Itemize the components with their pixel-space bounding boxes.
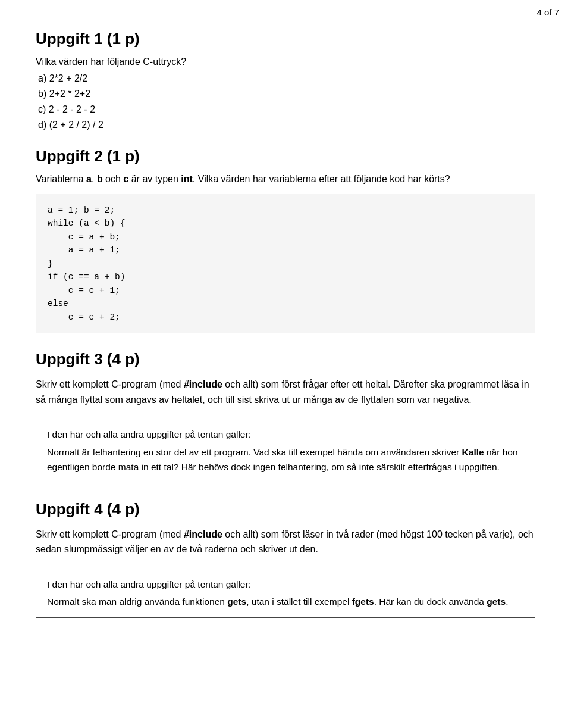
uppgift2-question: Variablerna a, b och c är av typen int. … — [36, 174, 535, 185]
uppgift3-text: Skriv ett komplett C-program (med #inclu… — [36, 377, 535, 407]
page-number: 4 of 7 — [537, 7, 559, 17]
uppgift4-text: Skriv ett komplett C-program (med #inclu… — [36, 527, 535, 557]
uppgift2-var-b: b — [97, 174, 103, 184]
uppgift4-notice-line2: Normalt ska man aldrig använda funktione… — [47, 594, 524, 609]
uppgift1-item-b: b) 2+2 * 2+2 — [38, 89, 535, 99]
uppgift2-title: Uppgift 2 (1 p) — [36, 147, 535, 165]
uppgift3-notice-line2: Normalt är felhantering en stor del av e… — [47, 445, 524, 474]
uppgift2-var-a: a — [86, 174, 92, 184]
uppgift1-question: Vilka värden har följande C-uttryck? — [36, 57, 535, 67]
uppgift3-notice: I den här och alla andra uppgifter på te… — [36, 418, 535, 483]
uppgift4-notice-fgets: fgets — [352, 596, 374, 607]
uppgift1-item-a: a) 2*2 + 2/2 — [38, 73, 535, 84]
uppgift3-include: #include — [184, 379, 222, 389]
uppgift4-notice: I den här och alla andra uppgifter på te… — [36, 568, 535, 618]
uppgift1-title: Uppgift 1 (1 p) — [36, 30, 535, 48]
uppgift3-notice-line1: I den här och alla andra uppgifter på te… — [47, 427, 524, 442]
uppgift3-title: Uppgift 3 (4 p) — [36, 350, 535, 368]
uppgift1-item-d: d) (2 + 2 / 2) / 2 — [38, 120, 535, 130]
uppgift4-title: Uppgift 4 (4 p) — [36, 500, 535, 518]
uppgift2-var-c: c — [123, 174, 128, 184]
uppgift4-include: #include — [184, 529, 222, 539]
uppgift4-notice-gets1: gets — [227, 596, 246, 607]
uppgift4-notice-line1: I den här och alla andra uppgifter på te… — [47, 577, 524, 592]
uppgift3-notice-kalle: Kalle — [462, 447, 484, 457]
uppgift2-code: a = 1; b = 2; while (a < b) { c = a + b;… — [36, 194, 535, 333]
uppgift2-type: int — [181, 174, 193, 184]
uppgift1-item-c: c) 2 - 2 - 2 - 2 — [38, 104, 535, 115]
uppgift4-notice-gets2: gets — [487, 596, 506, 607]
